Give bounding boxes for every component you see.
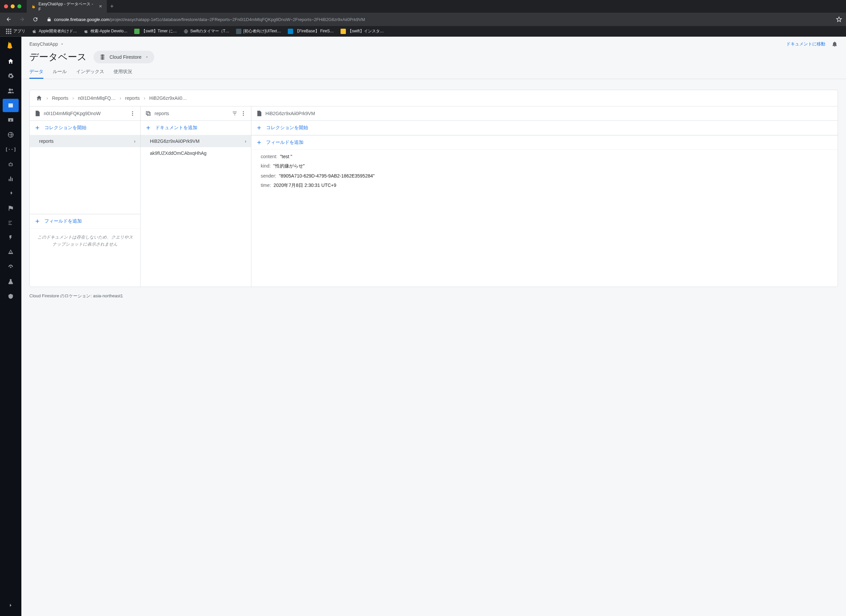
- sidebar-item-ml[interactable]: [3, 157, 19, 171]
- breadcrumb-item[interactable]: Reports: [52, 95, 68, 101]
- maximize-window-button[interactable]: [18, 4, 21, 8]
- sidebar-item-analytics[interactable]: [3, 172, 19, 186]
- row-label: ak9fUZXddOmCAbxqHhAg: [150, 151, 207, 156]
- tab-title: EasyChatApp - データベース - F: [38, 1, 94, 12]
- bookmark-label: [初心者向け]UIText…: [243, 28, 281, 34]
- breadcrumb-item[interactable]: HiB2G6zr9xAii0…: [149, 95, 187, 101]
- browser-tab[interactable]: EasyChatApp - データベース - F ✕: [27, 0, 107, 14]
- tab-indexes[interactable]: インデックス: [76, 69, 104, 79]
- field-key: content: [261, 154, 276, 159]
- bookmark-item[interactable]: [初心者向け]UIText…: [234, 27, 284, 35]
- url-host: console.firebase.google.com: [54, 17, 110, 22]
- close-tab-icon[interactable]: ✕: [99, 4, 102, 9]
- plus-icon: [145, 125, 151, 131]
- firebase-icon: [31, 4, 36, 9]
- filter-icon[interactable]: [232, 110, 238, 116]
- tab-rules[interactable]: ルール: [53, 69, 67, 79]
- notifications-icon[interactable]: [831, 41, 838, 47]
- field-row[interactable]: content:"test ": [251, 152, 838, 161]
- sidebar-item-crashlytics[interactable]: [3, 246, 19, 259]
- favicon: [134, 29, 140, 34]
- plus-icon: [256, 139, 262, 145]
- bookmark-item[interactable]: 【swift】インスタ…: [338, 27, 386, 35]
- sidebar-item-testlab[interactable]: [3, 275, 19, 288]
- favicon: [236, 29, 241, 34]
- minimize-window-button[interactable]: [11, 4, 15, 8]
- sidebar-item-home[interactable]: [3, 55, 19, 68]
- field-row[interactable]: time:2020年7月8日 2:30:31 UTC+9: [251, 180, 838, 191]
- bookmark-item[interactable]: 検索-Apple Develo…: [81, 27, 130, 35]
- close-window-button[interactable]: [4, 4, 8, 8]
- bookmark-item[interactable]: Apple開発者向けド…: [29, 27, 80, 35]
- new-tab-button[interactable]: +: [107, 1, 117, 12]
- back-button[interactable]: [4, 15, 13, 24]
- add-label: フィールドを追加: [44, 218, 82, 224]
- firebase-logo-icon[interactable]: [6, 40, 15, 49]
- chevron-right-icon: ›: [72, 95, 74, 101]
- bookmark-label: アプリ: [13, 28, 25, 34]
- sidebar-item-functions[interactable]: [··]: [3, 143, 19, 156]
- project-name: EasyChatApp: [29, 41, 58, 47]
- sidebar: [··]: [0, 37, 21, 616]
- url-bar[interactable]: console.firebase.google.com/project/easy…: [44, 17, 832, 22]
- field-value: 2020年7月8日 2:30:31 UTC+9: [273, 183, 336, 189]
- forward-button[interactable]: [18, 15, 27, 24]
- document-row[interactable]: HiB2G6zr9xAii0Prk9VM ›: [141, 135, 251, 147]
- database-selector[interactable]: Cloud Firestore: [94, 51, 154, 63]
- field-key: sender: [261, 173, 275, 179]
- firestore-icon: [99, 53, 106, 61]
- project-selector[interactable]: EasyChatApp: [29, 41, 64, 47]
- page-title: データベース: [29, 51, 87, 63]
- field-row[interactable]: sender:"8905A710-629D-4795-9AB2-1862E359…: [251, 171, 838, 180]
- chevron-right-icon: ›: [119, 95, 121, 101]
- sidebar-item-flag[interactable]: [3, 202, 19, 215]
- sidebar-item-predictions[interactable]: [3, 187, 19, 200]
- tab-data[interactable]: データ: [29, 69, 43, 79]
- collection-row[interactable]: reports ›: [30, 135, 140, 147]
- sidebar-item-database[interactable]: [3, 99, 19, 112]
- go-to-docs-link[interactable]: ドキュメントに移動: [786, 41, 825, 47]
- chevron-right-icon: ›: [245, 138, 247, 144]
- start-collection-button[interactable]: コレクションを開始: [251, 121, 838, 135]
- more-vert-icon[interactable]: [129, 110, 135, 116]
- svg-rect-2: [9, 164, 12, 166]
- chevron-right-icon: ›: [46, 95, 48, 101]
- sidebar-item-abtesting[interactable]: [3, 231, 19, 244]
- sidebar-item-authentication[interactable]: [3, 84, 19, 97]
- apps-button[interactable]: アプリ: [3, 27, 28, 35]
- sidebar-item-storage[interactable]: [3, 113, 19, 127]
- document-row[interactable]: ak9fUZXddOmCAbxqHhAg: [141, 147, 251, 159]
- add-field-button[interactable]: フィールドを追加: [251, 135, 838, 150]
- favicon: [288, 29, 293, 34]
- bookmark-item[interactable]: 【swift】Timer に…: [132, 27, 180, 35]
- sidebar-expand-button[interactable]: [3, 598, 19, 612]
- tab-usage[interactable]: 使用状況: [113, 69, 132, 79]
- svg-point-4: [11, 164, 12, 165]
- svg-point-10: [243, 111, 244, 112]
- breadcrumb-item[interactable]: reports: [125, 95, 140, 101]
- sidebar-item-performance[interactable]: [3, 260, 19, 274]
- bookmark-item[interactable]: 【FireBase】 FireS…: [285, 27, 336, 35]
- more-vert-icon[interactable]: [240, 110, 247, 116]
- add-field-button[interactable]: フィールドを追加: [30, 214, 140, 229]
- breadcrumb-item[interactable]: n0I1D4mMlqFQ…: [78, 95, 116, 101]
- sidebar-item-settings[interactable]: [3, 69, 19, 83]
- svg-point-6: [132, 113, 133, 114]
- url-path: /project/easychatapp-1ef1c/database/fire…: [110, 17, 365, 22]
- empty-doc-note: このドキュメントは存在しないため、クエリやスナップショットに表示されません: [30, 229, 140, 253]
- bookmark-item[interactable]: Swiftのタイマー（T…: [181, 27, 232, 35]
- bookmark-star-icon[interactable]: [836, 16, 842, 22]
- sidebar-item-extensions[interactable]: [3, 290, 19, 303]
- row-label: HiB2G6zr9xAii0Prk9VM: [150, 138, 200, 144]
- location-footer: Cloud Firestore のロケーション: asia-northeast1: [21, 290, 846, 299]
- start-collection-button[interactable]: コレクションを開始: [30, 121, 140, 135]
- sidebar-item-config[interactable]: [3, 216, 19, 230]
- field-key: time: [261, 183, 269, 189]
- lock-icon: [47, 17, 51, 22]
- selector-label: Cloud Firestore: [110, 54, 141, 60]
- home-icon[interactable]: [36, 95, 43, 101]
- reload-button[interactable]: [31, 15, 40, 24]
- field-row[interactable]: kind:"性的嫌がらせ": [251, 161, 838, 171]
- add-document-button[interactable]: ドキュメントを追加: [141, 121, 251, 135]
- sidebar-item-hosting[interactable]: [3, 128, 19, 141]
